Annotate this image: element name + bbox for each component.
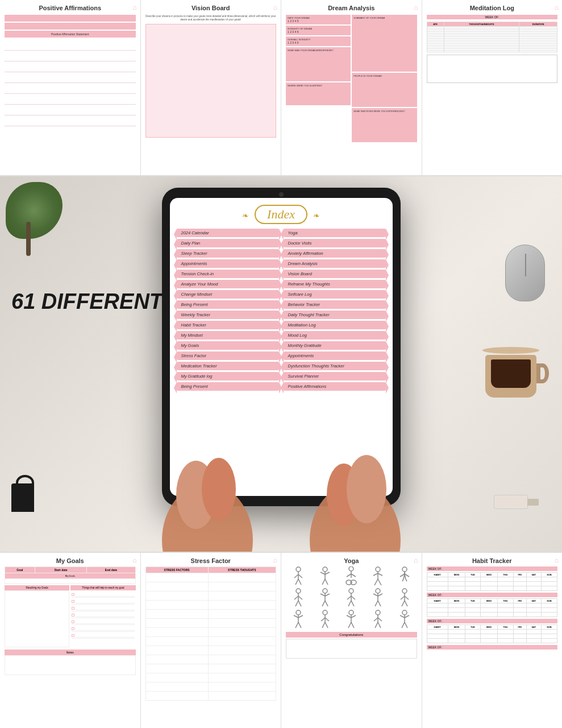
habit-col-habit: HABIT [427,599,448,603]
yoga-notes-box [286,639,417,659]
habit-col-mon: MON [448,625,465,630]
svg-line-68 [298,622,301,628]
habit-row [427,603,557,608]
svg-point-5 [347,455,386,523]
habit-col-fri: FRI [513,625,526,630]
plant-decoration [0,176,74,267]
svg-line-11 [298,579,301,585]
svg-line-49 [348,601,351,606]
svg-line-28 [374,579,378,585]
yoga-figure [286,588,311,608]
dream-intensity-cell: INTENSITY OF DREAM 1 2 3 4 5 [286,26,351,35]
svg-line-89 [400,615,405,618]
dream-summary-cell: SUMMARY OF YOUR DREAM [352,15,417,72]
meditation-log-page: ⌂ Meditation Log WEEK OF: ATE THOUGHTS&I… [422,0,563,175]
coffee-cup-area [477,347,545,415]
vision-home-icon: ⌂ [273,3,277,11]
affirmations-page: ⌂ Positive Affirmations Positive Affirma… [0,0,141,175]
svg-line-60 [405,596,409,599]
index-item-right: Behavior Tracker [284,300,386,309]
stress-row [145,610,276,619]
svg-line-85 [375,622,378,628]
index-item-left: Tension Check-in [177,270,279,278]
yoga-congrats: Congratulations [286,632,417,638]
index-item-left: My Mindset [177,331,279,340]
stress-row [145,628,276,637]
svg-line-38 [298,601,301,606]
meditation-home-icon: ⌂ [555,3,559,11]
goals-check-item [72,598,134,605]
stress-col-thoughts: STRESS THOUGHTS [208,567,276,573]
meditation-title: Meditation Log [427,5,558,11]
habit-home-icon: ⌂ [555,556,559,564]
goals-check-item [72,612,134,618]
meditation-table: ATE THOUGHTS&INSIGHTS DURATION [427,22,558,52]
habit-table-1: HABIT MON TUE WED THU FRI SAT SUN [427,572,558,591]
svg-line-91 [402,622,405,628]
goals-row: My Goals [5,573,136,579]
svg-line-59 [401,596,405,599]
svg-line-55 [375,601,378,606]
index-item-left: Being Present [177,300,279,309]
dream-title: Dream Analysis [286,5,417,11]
goals-home-icon: ⌂ [132,556,136,564]
med-col-thoughts: THOUGHTS&INSIGHTS [444,22,519,27]
hands-layer [139,381,423,552]
habit-col-wed: WED [480,599,497,603]
stress-row [145,637,276,646]
yoga-figure [365,588,390,608]
habit-col-habit: HABIT [427,573,448,577]
hands-svg [139,381,423,552]
svg-point-45 [349,589,353,593]
index-item-left: 2024 Calendar [177,229,279,237]
dream-where-cell: WHERE WERE YOU SLEEPING? [286,82,351,105]
index-item-right: Meditation Log [284,321,386,329]
yoga-figure [286,566,311,586]
goals-table: Goal Start date End date My Goals [5,566,136,584]
index-item-right: Selfcare Log [284,290,386,299]
habit-col-thu: THU [498,625,513,630]
index-item-left: Stress Factor [177,351,279,360]
yoga-figure [365,610,390,630]
index-deco-right: ❧ [313,211,320,220]
goals-notes-box [5,655,136,675]
yoga-figure [313,610,338,630]
svg-point-87 [402,610,407,615]
goals-two-col: Reaching my Goals Things that will help … [5,585,136,647]
svg-line-27 [378,573,382,576]
svg-line-83 [374,618,378,621]
svg-line-53 [373,594,378,596]
habit-row [427,586,557,591]
svg-line-37 [295,601,298,606]
dream-rate-cell: RATE YOUR DREAM 1 2 3 4 5 [286,15,351,24]
yoga-figure [392,566,417,586]
habit-col-sat: SAT [526,599,541,603]
svg-line-84 [378,618,382,621]
habit-col-tue: TUE [465,599,480,603]
svg-line-67 [295,622,298,628]
index-item-right: Mood Log [284,331,386,340]
svg-point-57 [402,589,407,593]
yoga-figure [286,610,311,630]
svg-point-75 [349,610,353,615]
svg-line-66 [298,615,303,618]
svg-line-73 [322,622,325,628]
svg-line-65 [294,615,298,618]
goals-col-goal: Goal [5,567,35,573]
yoga-figure [339,566,364,586]
svg-line-15 [325,572,330,574]
index-item-right: Dysfunction Thoughts Tracker [284,362,386,370]
index-item-left: Daily Plan [177,239,279,247]
habit-row [427,613,557,617]
habit-week2-label: WEEK OF: [427,593,558,597]
svg-line-26 [373,573,378,576]
svg-line-21 [351,574,356,577]
svg-line-86 [378,622,381,628]
index-item-left: Sleep Tracker [177,249,279,258]
my-goals-page: ⌂ My Goals Goal Start date End date My G… [0,553,141,728]
habit-row [427,608,557,613]
yoga-home-icon: ⌂ [414,556,418,564]
index-item-right: Reframe My Thoughts [284,280,386,288]
stress-row [145,619,276,628]
svg-line-47 [347,596,351,599]
